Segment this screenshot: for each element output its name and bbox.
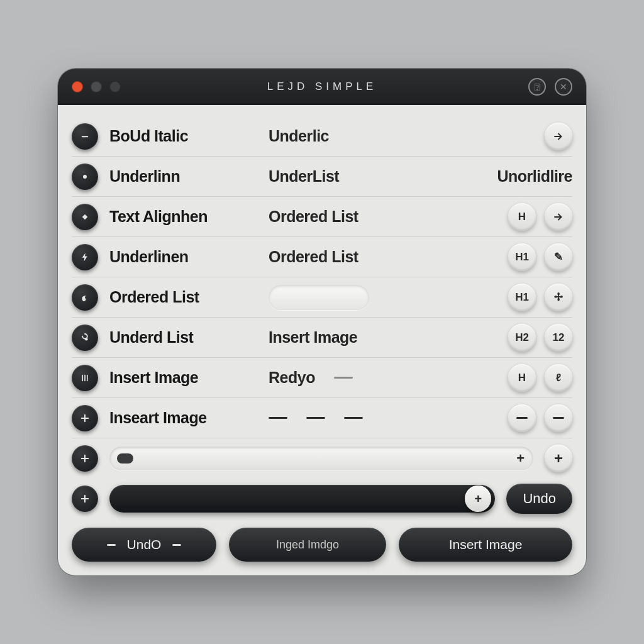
- list-item: BoUd Italic Underlic: [72, 116, 572, 157]
- action-button[interactable]: [545, 123, 572, 150]
- slider-row: + Undo: [72, 479, 572, 519]
- row-field-wrap: [269, 285, 497, 310]
- list-item: Text Alignhen Ordered List H: [72, 197, 572, 237]
- action-button[interactable]: 12: [545, 324, 572, 352]
- slider-thumb[interactable]: +: [465, 486, 491, 512]
- minus-button[interactable]: [508, 404, 536, 432]
- list-item: Inseart Image: [72, 398, 572, 438]
- heading-button[interactable]: H: [508, 203, 536, 231]
- dash-icon: [344, 417, 363, 419]
- plus-icon[interactable]: [72, 445, 98, 472]
- row-label: Inseart Image: [109, 409, 257, 427]
- slider-thumb[interactable]: [117, 453, 133, 464]
- minimize-window-icon[interactable]: [91, 81, 102, 92]
- dot-icon[interactable]: [72, 164, 98, 190]
- list-item: Underd List Insert Image H2 12: [72, 318, 572, 358]
- plus-button[interactable]: +: [545, 445, 572, 472]
- heading-button[interactable]: H2: [508, 324, 536, 352]
- dash-icon: [334, 377, 353, 379]
- minus-button[interactable]: [545, 404, 572, 432]
- svg-rect-2: [82, 214, 87, 219]
- dash-icon: [269, 417, 287, 419]
- row-label: Ordered List: [109, 288, 257, 306]
- row-label: Underlinn: [109, 167, 257, 186]
- marks-icon[interactable]: [72, 365, 98, 391]
- titlebar: LEJD SIMPLE ⍰ ✕: [58, 69, 586, 105]
- window-title: LEJD SIMPLE: [58, 80, 586, 93]
- action-button[interactable]: ℓ: [545, 364, 572, 392]
- list-item: Ordered List H1 ✢: [72, 277, 572, 318]
- text-field[interactable]: [269, 285, 369, 310]
- plus-icon[interactable]: [72, 486, 98, 512]
- diamond-icon[interactable]: [72, 204, 98, 230]
- insert-image-button[interactable]: Insert Image: [399, 528, 572, 562]
- svg-rect-0: [82, 136, 89, 137]
- zoom-window-icon[interactable]: [109, 81, 121, 92]
- list-item: Underlinen Ordered List H1 ✎: [72, 237, 572, 277]
- row-dashes: [269, 417, 497, 419]
- minus-icon: [172, 544, 181, 546]
- row-value: Underlic: [269, 127, 533, 145]
- list-item: Insert Image Redyo H ℓ: [72, 358, 572, 398]
- undo-button[interactable]: UndO: [72, 528, 216, 562]
- svg-point-1: [83, 175, 87, 179]
- heading-button[interactable]: H1: [508, 284, 536, 311]
- heading-button[interactable]: H1: [508, 243, 536, 271]
- list-item: Underlinn UnderList Unorlidlire: [72, 157, 572, 197]
- close-window-icon[interactable]: [72, 81, 83, 92]
- svg-point-3: [85, 338, 88, 341]
- titlebar-action-a-icon[interactable]: ⍰: [528, 78, 546, 96]
- loop-icon[interactable]: [72, 325, 98, 351]
- row-label: Underd List: [109, 328, 257, 347]
- window-controls: [72, 81, 121, 92]
- action-button[interactable]: [545, 203, 572, 231]
- titlebar-action-b-icon[interactable]: ✕: [555, 78, 572, 96]
- row-extra: Unorlidlire: [497, 167, 572, 186]
- app-window: LEJD SIMPLE ⍰ ✕ BoUd Italic Underlic Und…: [58, 69, 586, 575]
- plus-icon[interactable]: [72, 405, 98, 431]
- minus-icon[interactable]: [72, 123, 98, 150]
- footer: UndO Inged Imdgo Insert Image: [72, 528, 572, 562]
- action-button[interactable]: ✢: [545, 284, 572, 311]
- row-label: Text Alignhen: [109, 208, 257, 226]
- slider-track-dark[interactable]: +: [109, 485, 495, 513]
- row-value: Ordered List: [269, 208, 497, 226]
- row-value: UnderList Unorlidlire: [269, 167, 572, 186]
- row-value: Ordered List: [269, 248, 497, 266]
- curl-icon[interactable]: [72, 284, 98, 311]
- row-label: BoUd Italic: [109, 127, 257, 145]
- slider-track[interactable]: +: [109, 447, 533, 470]
- content-area: BoUd Italic Underlic Underlinn UnderList…: [58, 105, 586, 575]
- insert-image-button[interactable]: Inged Imdgo: [229, 528, 386, 562]
- slider-row: + +: [72, 438, 572, 479]
- row-value: Redyo: [269, 369, 497, 387]
- minus-icon: [107, 544, 116, 546]
- edit-icon[interactable]: ✎: [545, 243, 572, 271]
- bolt-icon[interactable]: [72, 244, 98, 270]
- dash-icon: [306, 417, 325, 419]
- row-value: Insert Image: [269, 328, 497, 347]
- row-label: Insert Image: [109, 369, 257, 387]
- undo-button[interactable]: Undo: [506, 484, 572, 514]
- row-label: Underlinen: [109, 248, 257, 266]
- heading-button[interactable]: H: [508, 364, 536, 392]
- plus-icon: +: [516, 450, 525, 467]
